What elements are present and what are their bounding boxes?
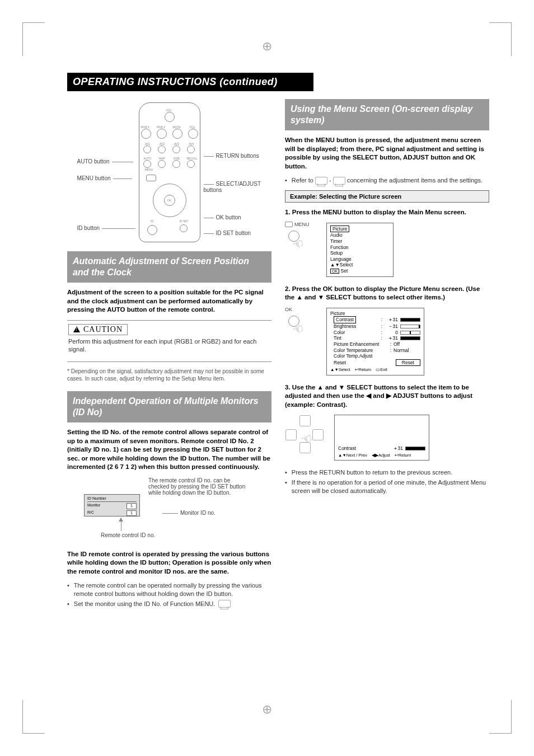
rgb2-button[interactable] (157, 129, 167, 139)
page-ref-icon (315, 177, 327, 185)
callout-ok: OK button (204, 214, 241, 220)
id-number-figure: ID Number Monitor1 R/C1 The remote contr… (67, 477, 271, 544)
tail-bullet-1: Press the RETURN button to return to the… (285, 468, 489, 477)
id-bullet-2: Set the monitor using the ID No. of Func… (67, 600, 271, 608)
remote-control-figure: VOL RGB 1 RGB 2 MUTE VOL AV1 AV2 AV3 (77, 99, 262, 245)
crop-mark (22, 700, 45, 734)
av1-button[interactable] (143, 145, 151, 153)
mute-button[interactable] (172, 129, 182, 139)
registration-mark-icon: ⊕ (262, 702, 272, 717)
crop-mark (22, 22, 45, 56)
picture-menu-osd: Picture Contrast:＋31 Brightness:－31 Colo… (326, 308, 424, 375)
auto-adjust-intro: Adjustment of the screen to a position s… (67, 288, 271, 314)
map-button[interactable] (158, 160, 166, 168)
av3-button[interactable] (172, 145, 180, 153)
warning-icon (73, 326, 80, 332)
crop-mark (489, 700, 512, 734)
contrast-osd: Contrast ＋31 ▲▼Next / Prev ◀▶Adjust ↩Ret… (334, 415, 429, 461)
menu-button[interactable] (146, 175, 156, 181)
callout-auto: AUTO button (77, 158, 133, 165)
example-box: Example: Selecting the Picture screen (285, 190, 489, 203)
page-ref-icon (333, 177, 345, 185)
callout-return: RETURN buttons (204, 153, 259, 159)
callout-idset: ID SET button (204, 230, 251, 236)
id-bullet-1: The remote control can be operated norma… (67, 581, 271, 598)
registration-mark-icon: ⊕ (262, 39, 272, 54)
nav-pad[interactable]: OK (153, 184, 186, 217)
press-ok-figure: OK ☜ (285, 308, 316, 339)
page-title: OPERATING INSTRUCTIONS (continued) (67, 73, 313, 91)
id-fig-caption-rc: Remote control ID no. (101, 532, 155, 538)
ok-button[interactable]: OK (164, 195, 175, 206)
section-heading-id-no: Independent Operation of Multiple Monito… (67, 391, 271, 422)
step-3: 3. Use the ▲ and ▼ SELECT buttons to sel… (285, 383, 489, 410)
callout-select-adjust: SELECT/ADJUSTbuttons (204, 181, 261, 193)
section-heading-auto-adjust: Automatic Adjustment of Screen Position … (67, 251, 271, 283)
step-1: 1. Press the MENU button to display the … (285, 208, 489, 217)
id-fig-caption-check: The remote control ID no. can be checked… (148, 477, 252, 496)
callout-id: ID button (77, 225, 136, 231)
menu-intro: When the MENU button is pressed, the adj… (285, 136, 489, 171)
main-menu-osd: Picture Audio Timer Function Setup Langu… (326, 223, 394, 277)
press-menu-figure: MENU ☜ (285, 223, 316, 254)
tail-bullet-2: If there is no operation for a period of… (285, 478, 489, 495)
hand-icon: ☜ (291, 236, 306, 253)
auto-adjust-note: * Depending on the signal, satisfactory … (67, 368, 271, 382)
id-set-button[interactable] (180, 224, 188, 232)
auto-button[interactable] (143, 160, 151, 168)
id-number-osd: ID Number Monitor1 R/C1 (84, 494, 140, 516)
crop-mark (489, 22, 512, 56)
id-no-intro: Setting the ID No. of the remote control… (67, 428, 271, 472)
refer-to-pages: Refer to - concerning the adjustment ite… (285, 176, 489, 185)
av4-button[interactable] (187, 145, 195, 153)
step-2: 2. Press the OK button to display the Pi… (285, 285, 489, 302)
menu-icon (285, 222, 293, 227)
recall-button[interactable] (187, 160, 195, 168)
section-heading-menu-screen: Using the Menu Screen (On-screen display… (285, 99, 489, 130)
id-button[interactable] (147, 225, 157, 235)
page-ref-icon (218, 600, 231, 608)
id-fig-caption-monitor: Monitor ID no. (162, 510, 216, 516)
rgb1-button[interactable] (141, 129, 151, 139)
hand-icon: ☜ (291, 321, 306, 338)
remote-body: VOL RGB 1 RGB 2 MUTE VOL AV1 AV2 AV3 (139, 102, 200, 242)
caution-label: CAUTION (68, 324, 128, 335)
nav-cross-figure: ☜ (285, 415, 324, 454)
caution-body: Perform this adjustment for each input (… (68, 337, 270, 354)
callout-menu: MENU button (77, 175, 132, 181)
vol-up-button[interactable] (165, 112, 175, 122)
size-button[interactable] (172, 160, 180, 168)
id-no-intro2: The ID remote control is operated by pre… (67, 550, 271, 576)
av2-button[interactable] (158, 145, 166, 153)
vol-down-button[interactable] (188, 129, 198, 139)
